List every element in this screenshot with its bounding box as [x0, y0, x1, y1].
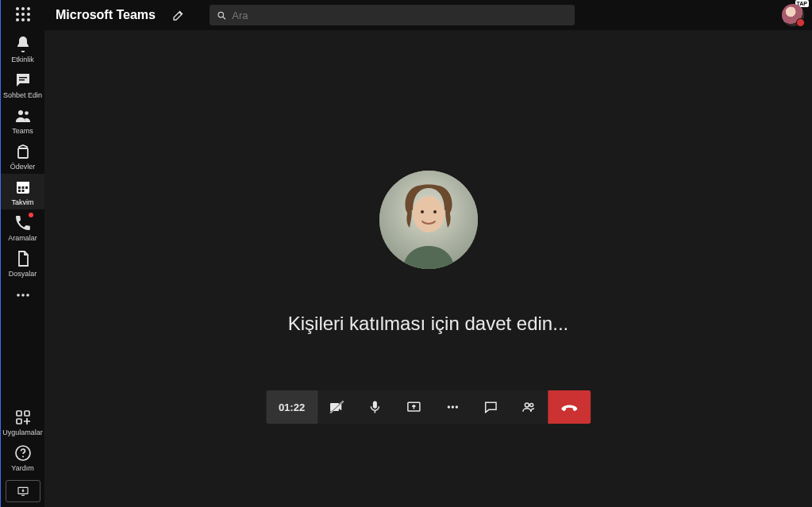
- svg-point-33: [455, 405, 457, 408]
- svg-rect-9: [25, 186, 28, 189]
- rail-item-label: Uygulamalar: [2, 428, 43, 436]
- rail-item-calendar[interactable]: Takvim: [1, 174, 44, 209]
- download-desktop-button[interactable]: [6, 480, 40, 502]
- assignments-icon: [13, 142, 33, 161]
- participants-button[interactable]: [510, 390, 548, 424]
- rail-item-label: Teams: [12, 127, 33, 135]
- svg-rect-1: [19, 79, 25, 81]
- rail-item-label: Aramalar: [8, 234, 37, 242]
- help-icon: [13, 444, 33, 463]
- svg-point-13: [21, 294, 25, 297]
- people-icon: [521, 399, 537, 415]
- chat-panel-button[interactable]: [471, 390, 510, 424]
- call-timer: 01:22: [266, 390, 317, 424]
- svg-point-35: [529, 404, 533, 407]
- files-icon: [13, 249, 33, 268]
- svg-rect-16: [25, 411, 29, 416]
- rail-item-chat[interactable]: Sohbet Edin: [1, 67, 44, 102]
- svg-point-21: [218, 12, 224, 17]
- meeting-stage: Kişileri katılması için davet edin... 01…: [44, 30, 812, 507]
- svg-rect-17: [17, 419, 21, 424]
- rail-item-more[interactable]: [1, 281, 44, 309]
- avatar-icon: [782, 4, 804, 26]
- bell-icon: [13, 35, 33, 54]
- rail-item-label: Yardım: [11, 464, 33, 472]
- rail-item-label: Dosyalar: [9, 270, 37, 278]
- svg-rect-11: [21, 190, 24, 192]
- svg-point-24: [421, 210, 424, 213]
- rail-item-apps[interactable]: Uygulamalar: [1, 404, 44, 440]
- mic-icon: [367, 399, 383, 415]
- rail-item-activity[interactable]: Etkinlik: [1, 31, 44, 67]
- svg-rect-6: [17, 182, 29, 185]
- svg-point-23: [413, 196, 444, 232]
- share-screen-button[interactable]: [394, 390, 433, 424]
- svg-point-2: [18, 110, 23, 115]
- svg-point-14: [26, 294, 29, 297]
- waffle-menu-button[interactable]: [13, 5, 33, 24]
- svg-rect-8: [21, 186, 24, 189]
- share-screen-icon: [405, 399, 422, 415]
- svg-rect-7: [18, 186, 21, 189]
- call-control-bar: 01:22: [266, 390, 591, 424]
- svg-point-34: [525, 403, 529, 407]
- camera-off-icon: [329, 399, 344, 415]
- search-box[interactable]: [210, 5, 575, 25]
- svg-point-12: [17, 294, 20, 297]
- mic-toggle-button[interactable]: [356, 390, 394, 424]
- rail-item-calls[interactable]: Aramalar: [1, 209, 44, 245]
- rail-item-label: Takvim: [11, 198, 33, 206]
- apps-icon: [13, 408, 33, 427]
- more-horiz-icon: [13, 286, 33, 305]
- app-rail: Etkinlik Sohbet Edin Teams Ödevler Takvi: [1, 0, 44, 507]
- download-desktop-icon: [15, 485, 31, 497]
- search-input[interactable]: [232, 10, 568, 21]
- svg-rect-10: [18, 190, 21, 192]
- invite-prompt: Kişileri katılması için davet edin...: [288, 313, 568, 335]
- search-icon: [216, 10, 227, 21]
- person-avatar-icon: [379, 171, 478, 269]
- svg-rect-28: [373, 401, 377, 409]
- rail-item-help[interactable]: Yardım: [1, 440, 44, 475]
- svg-point-31: [447, 405, 449, 408]
- svg-point-19: [22, 455, 24, 457]
- hang-up-icon: [559, 399, 579, 415]
- calendar-icon: [13, 178, 33, 197]
- compose-button[interactable]: [171, 8, 186, 22]
- more-actions-button[interactable]: [433, 390, 471, 424]
- rail-item-label: Ödevler: [10, 163, 36, 171]
- rail-item-label: Sohbet Edin: [3, 91, 42, 99]
- rail-item-teams[interactable]: Teams: [1, 102, 44, 138]
- hang-up-button[interactable]: [548, 390, 591, 424]
- camera-toggle-button[interactable]: [317, 390, 356, 424]
- chat-icon: [483, 399, 498, 415]
- compose-icon: [171, 8, 186, 22]
- svg-point-25: [433, 210, 437, 213]
- chat-icon: [13, 71, 33, 90]
- svg-point-3: [25, 111, 29, 115]
- rail-item-files[interactable]: Dosyalar: [1, 245, 44, 281]
- more-horiz-icon: [444, 399, 460, 415]
- svg-rect-0: [19, 77, 27, 79]
- svg-point-32: [451, 405, 453, 408]
- rail-item-label: Etkinlik: [11, 56, 34, 63]
- notification-dot-icon: [29, 213, 33, 217]
- app-header: Microsoft Teams TAP: [44, 0, 812, 30]
- svg-rect-4: [18, 148, 28, 158]
- participant-avatar: [379, 171, 478, 269]
- profile-button[interactable]: TAP: [782, 4, 804, 26]
- svg-rect-15: [17, 411, 21, 416]
- app-title: Microsoft Teams: [56, 8, 156, 22]
- teams-icon: [13, 106, 33, 125]
- rail-item-assignments[interactable]: Ödevler: [1, 138, 44, 174]
